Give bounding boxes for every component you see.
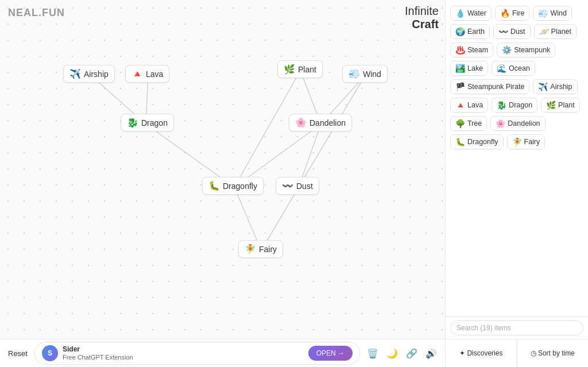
node-dragonfly[interactable]: 🐛Dragonfly bbox=[202, 177, 264, 195]
sidebar-item-plant[interactable]: 🌿Plant bbox=[541, 98, 580, 113]
ocean-sidebar-icon: 🌊 bbox=[497, 64, 506, 73]
trash-icon[interactable]: 🗑️ bbox=[367, 348, 378, 359]
dandelion-label: Dandelion bbox=[310, 118, 346, 128]
airship-label: Airship bbox=[84, 69, 109, 79]
lava-icon: 🔺 bbox=[131, 68, 143, 79]
fire-sidebar-icon: 🔥 bbox=[500, 9, 510, 18]
wind-icon: 💨 bbox=[349, 68, 360, 79]
open-button[interactable]: OPEN → bbox=[308, 346, 353, 361]
sidebar-item-dragonfly[interactable]: 🐛Dragonfly bbox=[450, 134, 504, 149]
airship-sidebar-label: Airship bbox=[550, 83, 572, 91]
node-dragon[interactable]: 🐉Dragon bbox=[121, 114, 174, 132]
canvas-area bbox=[0, 0, 445, 339]
sidebar-item-fire[interactable]: 🔥Fire bbox=[495, 6, 530, 21]
sider-text: Sider Free ChatGPT Extension bbox=[63, 345, 304, 361]
share-icon[interactable]: 🔗 bbox=[406, 348, 417, 359]
dragon-icon: 🐉 bbox=[127, 117, 138, 128]
sider-brand: Sider bbox=[63, 345, 304, 353]
dragonfly-sidebar-icon: 🐛 bbox=[455, 137, 465, 146]
plant-sidebar-icon: 🌿 bbox=[546, 101, 556, 110]
planet-sidebar-icon: 🪐 bbox=[539, 27, 549, 36]
reset-button[interactable]: Reset bbox=[8, 349, 28, 358]
dragonfly-label: Dragonfly bbox=[223, 181, 257, 191]
logo-fun: FUN bbox=[42, 7, 65, 18]
sider-ad: S Sider Free ChatGPT Extension OPEN → bbox=[34, 342, 360, 365]
search-input[interactable] bbox=[450, 320, 583, 335]
steampunk-sidebar-icon: ⚙️ bbox=[502, 45, 512, 55]
sidebar-item-lake[interactable]: 🏞️Lake bbox=[450, 61, 488, 76]
node-wind[interactable]: 💨Wind bbox=[342, 65, 388, 83]
sidebar-footer: ✦ Discoveries ◷ Sort by time bbox=[445, 339, 588, 367]
sidebar-grid: 💧Water🔥Fire💨Wind🌍Earth〰️Dust🪐Planet♨️Ste… bbox=[450, 6, 583, 149]
logo-neal: NEAL bbox=[8, 7, 38, 18]
sidebar-item-airship[interactable]: ✈️Airship bbox=[533, 79, 577, 94]
sidebar-item-dragon[interactable]: 🐉Dragon bbox=[492, 98, 537, 113]
dust-label: Dust bbox=[296, 181, 313, 191]
steampunk-pirate-sidebar-icon: 🏴 bbox=[455, 82, 465, 91]
lava-label: Lava bbox=[146, 69, 163, 79]
wind-sidebar-icon: 💨 bbox=[538, 9, 548, 18]
fire-sidebar-label: Fire bbox=[512, 9, 525, 17]
planet-sidebar-label: Planet bbox=[551, 28, 571, 36]
logo: NEAL.FUN bbox=[8, 7, 65, 19]
dandelion-icon: 🌸 bbox=[295, 117, 307, 128]
dragon-sidebar-icon: 🐉 bbox=[497, 101, 506, 110]
steampunk-sidebar-label: Steampunk bbox=[514, 46, 550, 54]
steam-sidebar-label: Steam bbox=[467, 46, 488, 54]
sidebar-item-planet[interactable]: 🪐Planet bbox=[534, 24, 577, 39]
ocean-sidebar-label: Ocean bbox=[509, 64, 530, 72]
sidebar-item-dust[interactable]: 〰️Dust bbox=[493, 24, 531, 39]
brand-title: Infinite Craft bbox=[405, 5, 439, 31]
wind-label: Wind bbox=[363, 69, 381, 79]
sidebar-item-steampunk-pirate[interactable]: 🏴Steampunk Pirate bbox=[450, 79, 529, 94]
lake-sidebar-label: Lake bbox=[467, 64, 483, 72]
sidebar-item-tree[interactable]: 🌳Tree bbox=[450, 116, 487, 131]
node-plant[interactable]: 🌿Plant bbox=[277, 60, 323, 78]
node-lava[interactable]: 🔺Lava bbox=[125, 65, 169, 83]
wind-sidebar-label: Wind bbox=[550, 9, 566, 17]
dust-sidebar-label: Dust bbox=[510, 28, 525, 36]
tree-sidebar-label: Tree bbox=[467, 119, 482, 128]
sidebar-item-water[interactable]: 💧Water bbox=[450, 6, 492, 21]
airship-sidebar-icon: ✈️ bbox=[538, 82, 548, 91]
icon-bar: 🗑️ 🌙 🔗 🔊 bbox=[367, 348, 437, 359]
earth-sidebar-label: Earth bbox=[467, 28, 485, 36]
sidebar: 💧Water🔥Fire💨Wind🌍Earth〰️Dust🪐Planet♨️Ste… bbox=[445, 0, 588, 339]
dust-icon: 〰️ bbox=[282, 180, 293, 191]
lava-sidebar-icon: 🔺 bbox=[455, 101, 465, 110]
sidebar-item-lava[interactable]: 🔺Lava bbox=[450, 98, 488, 113]
sidebar-item-ocean[interactable]: 🌊Ocean bbox=[492, 61, 535, 76]
fairy-sidebar-icon: 🧚 bbox=[512, 137, 522, 146]
sidebar-item-dandelion[interactable]: 🌸Dandelion bbox=[490, 116, 545, 131]
sidebar-item-wind[interactable]: 💨Wind bbox=[533, 6, 571, 21]
earth-sidebar-icon: 🌍 bbox=[455, 27, 465, 36]
sidebar-item-earth[interactable]: 🌍Earth bbox=[450, 24, 490, 39]
water-sidebar-label: Water bbox=[467, 9, 486, 17]
sort-button[interactable]: ◷ Sort by time bbox=[517, 339, 589, 367]
node-dandelion[interactable]: 🌸Dandelion bbox=[289, 114, 352, 132]
plant-icon: 🌿 bbox=[284, 64, 295, 75]
sidebar-item-fairy[interactable]: 🧚Fairy bbox=[507, 134, 546, 149]
dandelion-sidebar-label: Dandelion bbox=[508, 119, 540, 128]
fairy-sidebar-label: Fairy bbox=[524, 138, 540, 146]
steam-sidebar-icon: ♨️ bbox=[455, 45, 465, 55]
brand-craft: Craft bbox=[405, 18, 439, 31]
lava-sidebar-label: Lava bbox=[467, 101, 483, 109]
moon-icon[interactable]: 🌙 bbox=[386, 348, 398, 359]
node-fairy[interactable]: 🧚Fairy bbox=[238, 240, 283, 258]
sidebar-item-steampunk[interactable]: ⚙️Steampunk bbox=[497, 43, 555, 57]
water-sidebar-icon: 💧 bbox=[455, 9, 465, 18]
fairy-icon: 🧚 bbox=[245, 244, 256, 254]
sound-icon[interactable]: 🔊 bbox=[425, 348, 437, 359]
tree-sidebar-icon: 🌳 bbox=[455, 119, 465, 128]
dragon-sidebar-label: Dragon bbox=[509, 101, 532, 109]
sidebar-search-wrap bbox=[445, 316, 588, 339]
node-dust[interactable]: 〰️Dust bbox=[276, 177, 319, 195]
node-airship[interactable]: ✈️Airship bbox=[63, 65, 115, 83]
sidebar-item-steam[interactable]: ♨️Steam bbox=[450, 43, 493, 57]
dragonfly-icon: 🐛 bbox=[208, 180, 220, 191]
sider-logo: S bbox=[42, 345, 58, 361]
steampunk-pirate-sidebar-label: Steampunk Pirate bbox=[467, 83, 524, 91]
discoveries-button[interactable]: ✦ Discoveries bbox=[446, 339, 517, 367]
fairy-label: Fairy bbox=[259, 245, 277, 254]
